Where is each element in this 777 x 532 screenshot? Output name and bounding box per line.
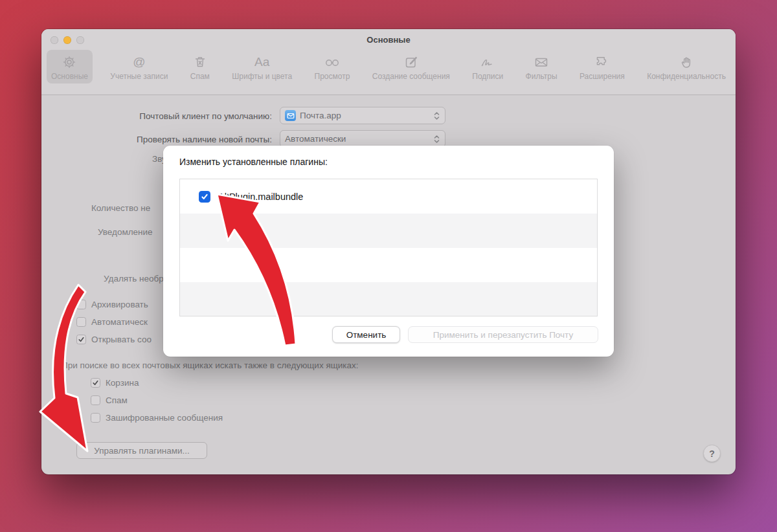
tab-general[interactable]: Основные <box>47 50 93 83</box>
checkbox-icon <box>91 395 100 405</box>
window-title: Основные <box>41 35 736 45</box>
manage-plugins-dialog: Изменить установленные плагины: AltPlugi… <box>163 146 614 357</box>
checkbox-label: Зашифрованные сообщения <box>106 413 223 423</box>
checkbox-archive[interactable]: Архивировать <box>76 300 148 309</box>
checkbox-trash[interactable]: Корзина <box>91 378 139 388</box>
checkbox-icon <box>76 335 86 344</box>
checkbox-label: Корзина <box>106 378 139 388</box>
at-icon: @ <box>133 53 145 71</box>
fonts-icon: Aa <box>254 53 269 71</box>
tab-label: Шрифты и цвета <box>232 72 292 81</box>
mail-app-icon <box>285 110 296 121</box>
tab-privacy[interactable]: Конфиденциальность <box>642 50 730 83</box>
empty-row <box>180 248 597 282</box>
tab-fonts-colors[interactable]: Aa Шрифты и цвета <box>227 50 297 83</box>
checkbox-junk[interactable]: Спам <box>91 395 128 405</box>
cancel-button[interactable]: Отменить <box>332 326 400 343</box>
tab-composing[interactable]: Создание сообщения <box>368 50 455 83</box>
hand-icon <box>679 53 694 71</box>
checkbox-label: Спам <box>106 395 128 405</box>
checkbox-label: Открывать соо <box>91 335 152 344</box>
puzzle-icon <box>594 53 610 71</box>
checkbox-checked-icon[interactable] <box>199 191 210 203</box>
signature-icon <box>479 53 496 71</box>
gear-icon <box>62 53 77 71</box>
checkbox-icon <box>91 413 100 423</box>
checkbox-open-messages[interactable]: Открывать соо <box>76 335 152 344</box>
tab-label: Подписи <box>472 72 503 81</box>
junk-trash-icon <box>192 53 208 71</box>
chevron-up-down-icon <box>433 111 440 121</box>
tab-label: Расширения <box>580 72 625 81</box>
tab-label: Учетные записи <box>110 72 168 81</box>
tab-signatures[interactable]: Подписи <box>467 50 508 83</box>
tab-extensions[interactable]: Расширения <box>575 50 629 83</box>
tab-accounts[interactable]: @ Учетные записи <box>106 50 172 83</box>
checkbox-encrypted[interactable]: Зашифрованные сообщения <box>91 413 223 423</box>
help-button[interactable]: ? <box>703 445 721 462</box>
tab-junk[interactable]: Спам <box>186 50 214 83</box>
check-mail-popup[interactable]: Автоматически <box>280 130 445 148</box>
check-mail-label: Проверять наличие новой почты: <box>52 135 272 144</box>
search-section-label: При поиске во всех почтовых ящиках искат… <box>62 360 359 370</box>
checkbox-label: Автоматическ <box>91 317 148 327</box>
tab-label: Основные <box>51 72 88 81</box>
popup-value: Автоматически <box>285 134 346 144</box>
checkbox-icon <box>91 378 100 388</box>
empty-row <box>180 214 597 248</box>
tab-label: Просмотр <box>315 72 350 81</box>
erase-deleted-label: Удалять необр <box>104 274 164 283</box>
tab-rules[interactable]: Фильтры <box>521 50 562 83</box>
tab-viewing[interactable]: Просмотр <box>310 50 355 83</box>
checkbox-label: Архивировать <box>91 300 148 309</box>
chevron-up-down-icon <box>433 134 440 144</box>
empty-row <box>180 282 597 316</box>
tab-label: Фильтры <box>526 72 557 81</box>
dialog-title: Изменить установленные плагины: <box>179 157 328 167</box>
glasses-icon <box>324 53 341 71</box>
popup-value: Почта.app <box>300 111 341 120</box>
unread-count-label: Количество не <box>91 203 150 213</box>
tab-label: Конфиденциальность <box>647 72 726 81</box>
window-chrome: Основные Основные @ Учетные записи Сп <box>41 29 736 95</box>
manage-plugins-button[interactable]: Управлять плагинами... <box>76 442 207 459</box>
compose-icon <box>403 53 419 71</box>
default-client-label: Почтовый клиент по умолчанию: <box>52 111 272 121</box>
tab-label: Создание сообщения <box>372 72 450 81</box>
plugins-list: AltPlugin.mailbundle <box>179 179 598 316</box>
default-client-popup[interactable]: Почта.app <box>280 107 445 124</box>
checkbox-icon <box>76 300 86 309</box>
checkbox-icon <box>76 317 86 327</box>
envelope-rules-icon <box>533 53 550 71</box>
plugin-name: AltPlugin.mailbundle <box>218 192 303 202</box>
apply-restart-button: Применить и перезапустить Почту <box>408 326 598 343</box>
notification-label: Уведомление <box>98 227 153 237</box>
plugin-row[interactable]: AltPlugin.mailbundle <box>180 179 597 214</box>
preferences-toolbar: Основные @ Учетные записи Спам Aa Шрифты… <box>47 50 730 83</box>
desktop-background: Основные Основные @ Учетные записи Сп <box>0 0 777 532</box>
checkbox-automatically[interactable]: Автоматическ <box>76 317 148 327</box>
tab-label: Спам <box>190 72 210 81</box>
